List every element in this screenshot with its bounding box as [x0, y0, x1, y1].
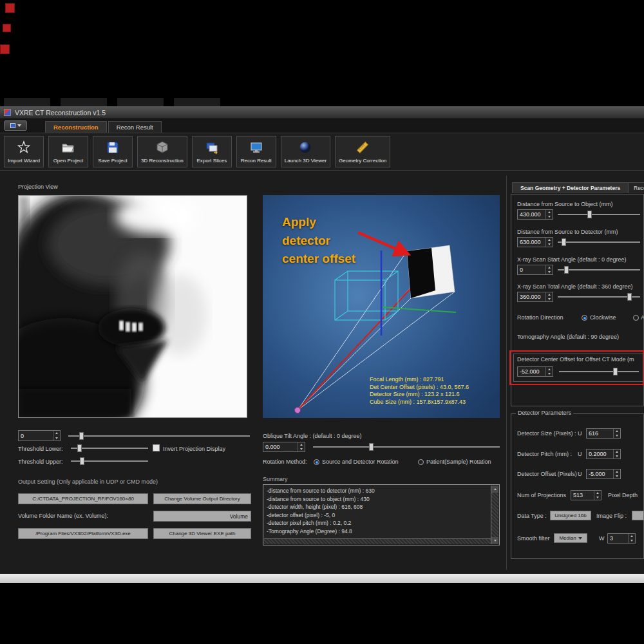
- change-output-directory-button[interactable]: Change Volume Output Directory: [153, 493, 251, 504]
- threshold-upper-label: Threshold Upper:: [18, 459, 63, 465]
- detector-offset-u-input[interactable]: -5.000: [586, 469, 621, 479]
- data-type-dropdown[interactable]: Unsigned 16b: [550, 511, 591, 520]
- oblique-tilt-slider[interactable]: [313, 443, 500, 451]
- spinner-arrows[interactable]: [613, 469, 620, 478]
- volume-folder-input[interactable]: Volume: [153, 511, 251, 522]
- toolbar-recon-result-button[interactable]: Recon Result: [236, 136, 276, 167]
- tab-reconstruction[interactable]: Reconstruction: [45, 121, 107, 133]
- spinner-arrows[interactable]: [545, 210, 553, 219]
- scan-start-angle-input[interactable]: 0: [517, 265, 553, 275]
- scan-start-angle-slider[interactable]: [558, 266, 640, 274]
- axis-label: U: [578, 430, 582, 437]
- projection-index-slider[interactable]: [68, 432, 250, 440]
- axis-label: U: [578, 451, 582, 457]
- spinner-arrows[interactable]: [545, 265, 553, 274]
- source-detector-distance-slider[interactable]: [558, 238, 640, 246]
- window-bottom-strip: [0, 574, 644, 583]
- source-detector-rotation-radio[interactable]: [314, 459, 319, 465]
- toolbar-export-slices-button[interactable]: Export Slices: [192, 136, 232, 167]
- detector-parameters-title: Detector Parameters: [516, 410, 573, 416]
- toolbar-launch-3d-viewer-button[interactable]: Launch 3D Viewer: [281, 136, 330, 167]
- spinner-arrows[interactable]: [613, 450, 620, 459]
- change-viewer-exe-button[interactable]: Change 3D Viewer EXE path: [153, 528, 251, 539]
- anticlockwise-label[interactable]: A: [641, 314, 644, 321]
- spinner-arrows[interactable]: [628, 534, 635, 543]
- invert-projection-label[interactable]: Invert Projection Display: [163, 446, 225, 452]
- source-object-distance-slider[interactable]: [558, 211, 640, 218]
- scan-total-angle-input[interactable]: 360.000: [517, 292, 553, 302]
- field-label: X-ray Scan Total Angle (default : 360 de…: [517, 283, 632, 290]
- main-tab-bar: Reconstruction Recon Result: [0, 119, 644, 133]
- ruler-icon: [355, 140, 370, 157]
- clockwise-radio[interactable]: [582, 315, 587, 321]
- viewer-exe-path[interactable]: /Program Files/VX3D2/PlatformVX3D.exe: [18, 528, 148, 539]
- detector-center-offset-input[interactable]: -52.000: [517, 366, 553, 377]
- star-wand-icon: [17, 140, 31, 157]
- spinner-arrows[interactable]: [613, 429, 620, 438]
- toolbar-geometry-correction-button[interactable]: Geometry Correction: [335, 136, 390, 167]
- sphere-icon: [298, 140, 312, 157]
- screen: VXRE CT Reconstruction v1.5 Reconstructi…: [0, 0, 644, 644]
- summary-box: -distance from source to detector (mm) :…: [263, 484, 500, 545]
- patient-rotation-radio[interactable]: [418, 459, 424, 465]
- source-object-distance-input[interactable]: 430.000: [517, 209, 553, 220]
- source-detector-distance-input[interactable]: 630.000: [517, 237, 553, 247]
- anticlockwise-radio[interactable]: [633, 315, 639, 321]
- toolbar-open-project-button[interactable]: Open Project: [48, 136, 88, 167]
- source-detector-rotation-label[interactable]: Source and Detector Rotation: [322, 459, 399, 465]
- summary-horizontal-scrollbar[interactable]: [264, 538, 491, 544]
- stat-line: Cube Size (mm) : 157.8x157.9x87.43: [370, 399, 469, 406]
- detector-center-offset-slider[interactable]: [559, 368, 639, 375]
- geometry-3d-view[interactable]: Apply detector center offset Focal Lengt…: [263, 195, 500, 418]
- quick-access-button[interactable]: [4, 120, 27, 131]
- tab-scan-geometry[interactable]: Scan Geometry + Detector Parameters: [512, 182, 629, 193]
- summary-line: -detector pixel pitch (mm) : 0.2, 0.2: [267, 519, 489, 527]
- toolbar-import-wizard-button[interactable]: Import Wizard: [4, 136, 44, 167]
- detector-size-u-input[interactable]: 616: [586, 428, 621, 439]
- num-projections-input[interactable]: 513: [571, 490, 601, 500]
- tab-recon[interactable]: Recon: [628, 182, 644, 193]
- title-bar[interactable]: VXRE CT Reconstruction v1.5: [0, 106, 644, 119]
- projection-index-input[interactable]: 0: [18, 430, 61, 441]
- rotation-direction-label: Rotation Direction: [517, 314, 564, 321]
- spinner-arrows[interactable]: [594, 491, 601, 500]
- clockwise-label[interactable]: Clockwise: [590, 314, 616, 321]
- spinner-arrows[interactable]: [545, 367, 553, 376]
- toolbar-3d-reconstruction-button[interactable]: 3D Reconstruction: [137, 136, 187, 167]
- summary-line: -distance from source to object (mm) : 4…: [267, 495, 489, 504]
- xray-projection-image: [18, 195, 247, 418]
- toolbar-save-project-button[interactable]: Save Project: [93, 136, 133, 167]
- spinner-arrows[interactable]: [545, 292, 553, 301]
- field-label: Detector Offset (Pixels) :: [517, 471, 580, 477]
- spinner-arrows[interactable]: [298, 442, 305, 451]
- scan-total-angle-slider[interactable]: [558, 293, 640, 301]
- field-label: X-ray Scan Start Angle (default : 0 degr…: [517, 256, 627, 263]
- save-icon: [10, 123, 15, 128]
- output-directory-path[interactable]: C:/CTDATA_PROJECTION_RF/FOV160×80: [18, 493, 148, 504]
- chevron-down-icon: [578, 537, 582, 540]
- pixel-depth-label: Pixel Depth: [608, 492, 638, 498]
- w-size-input[interactable]: 3: [607, 533, 636, 544]
- patient-rotation-label[interactable]: Patient(Sample) Rotation: [426, 459, 491, 465]
- threshold-lower-label: Threshold Lower:: [18, 446, 63, 452]
- summary-vertical-scrollbar[interactable]: [491, 486, 498, 544]
- stat-line: Detector Size (mm) : 123.2 x 121.6: [370, 391, 469, 399]
- spinner-arrows[interactable]: [545, 238, 553, 247]
- smooth-filter-dropdown[interactable]: Median: [554, 533, 587, 543]
- app-icon: [4, 109, 11, 116]
- oblique-tilt-input[interactable]: 0.000: [263, 442, 305, 452]
- spinner-arrows[interactable]: [53, 431, 60, 440]
- scroll-up-icon: [494, 488, 497, 490]
- detector-pitch-u-input[interactable]: 0.2000: [586, 449, 621, 459]
- tab-recon-result[interactable]: Recon Result: [108, 121, 162, 133]
- invert-projection-checkbox[interactable]: [153, 444, 160, 451]
- oblique-tilt-label: Oblique Tilt Angle : (default : 0 degree…: [263, 433, 362, 439]
- threshold-upper-slider[interactable]: [71, 457, 148, 465]
- summary-line: -detector width, height (pixel) : 616, 6…: [267, 503, 489, 511]
- image-flip-dropdown[interactable]: [632, 511, 644, 520]
- w-label: W: [599, 535, 605, 542]
- cube-icon: [155, 140, 169, 157]
- red-marker: [5, 3, 15, 13]
- threshold-lower-slider[interactable]: [71, 444, 148, 452]
- data-type-label: Data Type :: [517, 513, 547, 519]
